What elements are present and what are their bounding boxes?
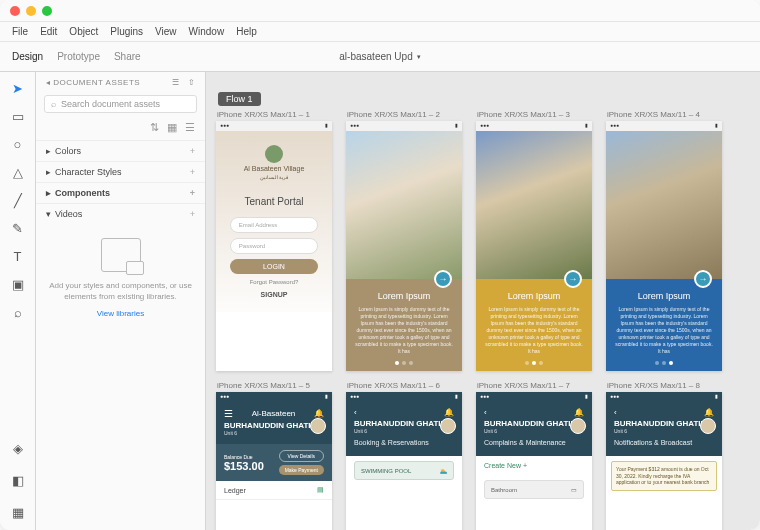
flow-badge[interactable]: Flow 1 <box>218 92 261 106</box>
page-dots <box>614 361 714 365</box>
tools-panel: ➤ ▭ ○ △ ╱ ✎ T ▣ ⌕ ◈ ◧ ▦ <box>0 72 36 530</box>
artboard-onboarding-3[interactable]: ●●●▮ → Lorem IpsumLorem Ipsum is simply … <box>606 121 722 371</box>
text-tool[interactable]: T <box>10 248 26 264</box>
empty-illustration <box>101 238 141 272</box>
avatar <box>310 418 326 434</box>
artboard-label[interactable]: iPhone XR/XS Max/11 – 1 <box>216 110 332 119</box>
pen-tool[interactable]: ✎ <box>10 220 26 236</box>
grid-view-icon[interactable]: ▦ <box>167 121 177 134</box>
artboard-label[interactable]: iPhone XR/XS Max/11 – 2 <box>346 110 462 119</box>
chevron-right-icon: ▸ <box>46 146 51 156</box>
forgot-password-link: Forgot Password? <box>250 279 299 285</box>
unit-label: Unit 6 <box>484 428 584 434</box>
back-icon: ‹ <box>614 408 617 417</box>
avatar <box>700 418 716 434</box>
unit-label: Unit 6 <box>224 430 324 436</box>
unit-label: Unit 6 <box>614 428 714 434</box>
section-character-styles[interactable]: ▸Character Styles+ <box>36 161 205 182</box>
status-bar: ●●●▮ <box>346 121 462 131</box>
bell-icon: 🔔 <box>444 408 454 417</box>
design-canvas[interactable]: Flow 1 iPhone XR/XS Max/11 – 1 ●●●▮ Al B… <box>206 72 760 530</box>
section-colors[interactable]: ▸Colors+ <box>36 140 205 161</box>
menu-file[interactable]: File <box>12 26 28 37</box>
empty-message: Add your styles and components, or use e… <box>48 280 193 302</box>
artboard-dashboard[interactable]: ●●●▮ ☰Al-Basateen🔔 BURHANUDDIN GHATILA U… <box>216 392 332 530</box>
plugins-icon[interactable]: ▦ <box>10 504 26 520</box>
polygon-tool[interactable]: △ <box>10 164 26 180</box>
status-bar: ●●●▮ <box>606 121 722 131</box>
artboard-onboarding-1[interactable]: ●●●▮ → Lorem IpsumLorem Ipsum is simply … <box>346 121 462 371</box>
add-icon[interactable]: + <box>190 146 195 156</box>
artboard-label[interactable]: iPhone XR/XS Max/11 – 5 <box>216 381 332 390</box>
menu-view[interactable]: View <box>155 26 177 37</box>
onboarding-body: Lorem Ipsum is simply dummy text of the … <box>354 306 454 355</box>
login-button: LOGIN <box>230 259 318 274</box>
notification-card: Your Payment $312 amount is due on Oct 3… <box>611 461 717 491</box>
artboard-booking[interactable]: ●●●▮ ‹🔔 BURHANUDDIN GHATILA Unit 6 Booki… <box>346 392 462 530</box>
brand-name: Al Basateen Villageقرية البساتين <box>244 165 305 182</box>
section-title: Complains & Maintenance <box>484 439 584 446</box>
line-tool[interactable]: ╱ <box>10 192 26 208</box>
balance-amount: $153.00 <box>224 460 264 472</box>
artboard-login[interactable]: ●●●▮ Al Basateen Villageقرية البساتين Te… <box>216 121 332 371</box>
document-title[interactable]: al-basateen Upd ▾ <box>339 51 420 62</box>
chevron-down-icon: ▾ <box>417 53 421 61</box>
artboard-notifications[interactable]: ●●●▮ ‹🔔 BURHANUDDIN GHATILA Unit 6 Notif… <box>606 392 722 530</box>
add-icon[interactable]: + <box>190 167 195 177</box>
page-dots <box>354 361 454 365</box>
panel-title: ◂ DOCUMENT ASSETS <box>46 78 140 87</box>
close-window-icon[interactable] <box>10 6 20 16</box>
section-videos[interactable]: ▾Videos+ <box>36 203 205 224</box>
rectangle-tool[interactable]: ▭ <box>10 108 26 124</box>
layers-icon[interactable]: ◧ <box>10 472 26 488</box>
menu-help[interactable]: Help <box>236 26 257 37</box>
card-icon: ▭ <box>571 486 577 493</box>
next-fab: → <box>434 270 452 288</box>
artboard-tool[interactable]: ▣ <box>10 276 26 292</box>
artboard-onboarding-2[interactable]: ●●●▮ → Lorem IpsumLorem Ipsum is simply … <box>476 121 592 371</box>
mode-design[interactable]: Design <box>12 51 43 62</box>
list-view-icon[interactable]: ☰ <box>172 78 180 87</box>
ellipse-tool[interactable]: ○ <box>10 136 26 152</box>
zoom-tool[interactable]: ⌕ <box>10 304 26 320</box>
view-libraries-link[interactable]: View libraries <box>48 308 193 319</box>
page-dots <box>484 361 584 365</box>
status-bar: ●●●▮ <box>216 121 332 131</box>
artboard-label[interactable]: iPhone XR/XS Max/11 – 7 <box>476 381 592 390</box>
menu-edit[interactable]: Edit <box>40 26 57 37</box>
libraries-icon[interactable]: ◈ <box>10 440 26 456</box>
section-components[interactable]: ▸Components+ <box>36 182 205 203</box>
status-bar: ●●●▮ <box>216 392 332 402</box>
filter-icon[interactable]: ⇅ <box>150 121 159 134</box>
search-assets-input[interactable]: ⌕ Search document assets <box>44 95 197 113</box>
password-field: Password <box>230 238 318 254</box>
select-tool[interactable]: ➤ <box>10 80 26 96</box>
avatar <box>440 418 456 434</box>
chevron-down-icon: ▾ <box>46 209 51 219</box>
artboard-label[interactable]: iPhone XR/XS Max/11 – 3 <box>476 110 592 119</box>
onboarding-title: Lorem Ipsum <box>484 291 584 301</box>
section-title: Booking & Reservations <box>354 439 454 446</box>
menu-window[interactable]: Window <box>189 26 225 37</box>
add-icon[interactable]: + <box>190 209 195 219</box>
user-name: BURHANUDDIN GHATILA <box>354 419 454 428</box>
artboard-label[interactable]: iPhone XR/XS Max/11 – 6 <box>346 381 462 390</box>
menu-object[interactable]: Object <box>69 26 98 37</box>
add-icon[interactable]: + <box>190 188 195 198</box>
ledger-icon: ▤ <box>317 486 324 494</box>
bell-icon: 🔔 <box>314 409 324 418</box>
status-bar: ●●●▮ <box>606 392 722 402</box>
artboard-label[interactable]: iPhone XR/XS Max/11 – 8 <box>606 381 722 390</box>
maximize-window-icon[interactable] <box>42 6 52 16</box>
bell-icon: 🔔 <box>574 408 584 417</box>
mode-prototype[interactable]: Prototype <box>57 51 100 62</box>
list-toggle-icon[interactable]: ☰ <box>185 121 195 134</box>
mode-share[interactable]: Share <box>114 51 141 62</box>
menu-plugins[interactable]: Plugins <box>110 26 143 37</box>
artboard-label[interactable]: iPhone XR/XS Max/11 – 4 <box>606 110 722 119</box>
artboard-complaints[interactable]: ●●●▮ ‹🔔 BURHANUDDIN GHATILA Unit 6 Compl… <box>476 392 592 530</box>
ledger-section: Ledger▤ <box>216 481 332 500</box>
share-icon[interactable]: ⇧ <box>188 78 196 87</box>
minimize-window-icon[interactable] <box>26 6 36 16</box>
make-payment-button: Make Payment <box>279 465 324 475</box>
